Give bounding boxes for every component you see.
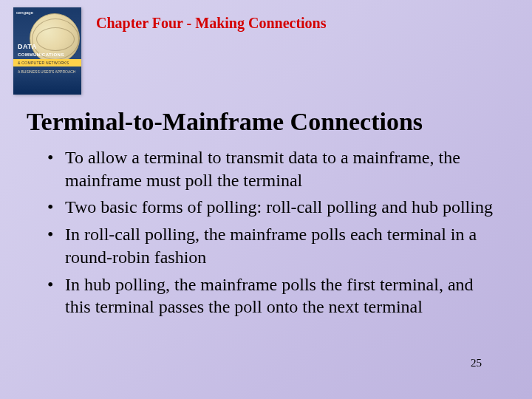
book-publisher-label: cengage [16, 10, 33, 15]
slide-title: Terminal-to-Mainframe Connections [27, 108, 532, 136]
chapter-title: Chapter Four - Making Connections [96, 15, 327, 32]
book-bar: & COMPUTER NETWORKS [13, 59, 81, 66]
bullet-item: In hub polling, the mainframe polls the … [43, 273, 502, 318]
book-title-line: DATA COMMUNICATIONS [18, 43, 64, 58]
bullet-item: Two basic forms of polling: roll-call po… [43, 196, 502, 219]
bullet-item: In roll-call polling, the mainframe poll… [43, 223, 502, 268]
page-number: 25 [471, 357, 482, 369]
bullet-item: To allow a terminal to transmit data to … [43, 146, 502, 191]
book-subtitle: A BUSINESS USER'S APPROACH [18, 69, 75, 74]
book-cover-image: cengage DATA COMMUNICATIONS & COMPUTER N… [13, 7, 81, 95]
bullet-list: To allow a terminal to transmit data to … [43, 146, 502, 318]
